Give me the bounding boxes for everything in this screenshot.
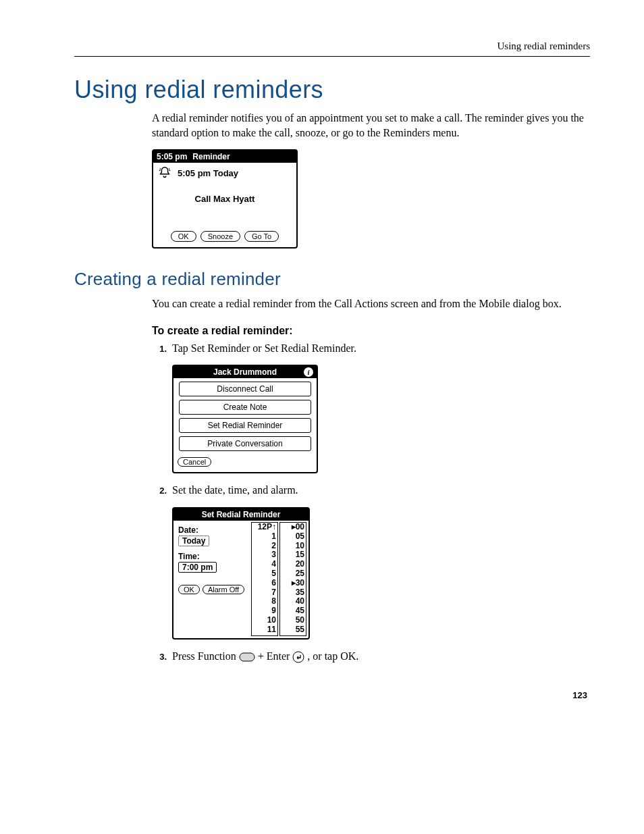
step-3-part-a: Press Function xyxy=(172,650,239,662)
minute-marker-icon: ▸ xyxy=(292,578,296,588)
set-redial-reminder-button[interactable]: Set Redial Reminder xyxy=(179,418,311,433)
reminder-snooze-button[interactable]: Snooze xyxy=(200,231,240,242)
step-number: 3. xyxy=(152,649,167,664)
step-1-text: Tap Set Reminder or Set Redial Reminder. xyxy=(172,341,590,356)
step-1: 1. Tap Set Reminder or Set Redial Remind… xyxy=(152,341,590,356)
reminder-ok-button[interactable]: OK xyxy=(171,231,196,242)
procedure-title: To create a redial reminder: xyxy=(152,325,590,337)
step-3-text: Press Function + Enter , or tap OK. xyxy=(172,649,590,664)
bell-icon xyxy=(157,165,172,180)
running-head: Using redial reminders xyxy=(74,41,590,52)
reminder-goto-button[interactable]: Go To xyxy=(244,231,279,242)
srr-time-label: Time: xyxy=(178,552,247,561)
step-2-text: Set the date, time, and alarm. xyxy=(172,483,590,498)
function-key-icon xyxy=(239,652,255,662)
titlebar-label: Reminder xyxy=(187,152,293,161)
step-3-part-c: , or tap OK. xyxy=(307,650,358,662)
svg-rect-0 xyxy=(240,653,254,661)
step-number: 2. xyxy=(152,483,167,498)
reminder-message: Call Max Hyatt xyxy=(153,187,296,231)
palm-reminder-screenshot: 5:05 pm Reminder 5:05 pm Today Call Max … xyxy=(152,149,298,249)
srr-ok-button[interactable]: OK xyxy=(178,585,200,594)
create-note-button[interactable]: Create Note xyxy=(179,400,311,415)
cancel-button[interactable]: Cancel xyxy=(178,457,211,467)
palm-set-redial-screenshot: Set Redial Reminder Date: Today Time: 7:… xyxy=(172,507,310,640)
step-3-part-b: + Enter xyxy=(258,650,293,662)
step-2: 2. Set the date, time, and alarm. xyxy=(152,483,590,498)
section-title-creating: Creating a redial reminder xyxy=(74,269,590,290)
intro-paragraph: A redial reminder notifies you of an app… xyxy=(152,111,590,140)
palm-call-actions-screenshot: Jack Drummond i Disconnect Call Create N… xyxy=(172,365,318,473)
call-actions-name: Jack Drummond xyxy=(186,367,304,377)
minute-marker-icon: ▸ xyxy=(292,522,296,531)
up-arrow-icon: ↑ xyxy=(272,522,276,531)
enter-key-icon xyxy=(292,651,304,663)
page-number: 123 xyxy=(74,690,590,700)
srr-hours-column[interactable]: 12P↑ 1 2 3 4 5 6 7 8 9 10 11 xyxy=(251,522,278,636)
srr-title: Set Redial Reminder xyxy=(177,510,305,519)
srr-hours-list: 1 2 3 4 5 6 7 8 9 10 11 xyxy=(253,532,276,635)
header-rule xyxy=(74,56,590,57)
step-3: 3. Press Function + Enter , or tap OK. xyxy=(152,649,590,664)
svg-point-1 xyxy=(293,652,304,662)
disconnect-call-button[interactable]: Disconnect Call xyxy=(179,382,311,396)
srr-minutes-column[interactable]: ▸00 0510152025 ▸30 3540455055 xyxy=(279,522,306,636)
creating-intro-paragraph: You can create a redial reminder from th… xyxy=(152,296,590,311)
srr-time-field[interactable]: 7:00 pm xyxy=(178,562,217,573)
step-number: 1. xyxy=(152,341,167,356)
srr-alarm-off-button[interactable]: Alarm Off xyxy=(203,585,244,594)
srr-date-label: Date: xyxy=(178,525,247,535)
srr-hours-header: 12P xyxy=(258,522,272,531)
titlebar-time: 5:05 pm xyxy=(157,152,187,161)
page-title: Using redial reminders xyxy=(74,76,590,104)
private-conversation-button[interactable]: Private Conversation xyxy=(179,436,311,451)
reminder-time-text: 5:05 pm Today xyxy=(178,168,238,178)
srr-titlebar: Set Redial Reminder xyxy=(173,509,308,521)
info-icon[interactable]: i xyxy=(304,367,313,377)
call-actions-titlebar: Jack Drummond i xyxy=(173,366,317,378)
srr-date-field[interactable]: Today xyxy=(178,536,209,546)
palm-reminder-titlebar: 5:05 pm Reminder xyxy=(153,151,296,163)
